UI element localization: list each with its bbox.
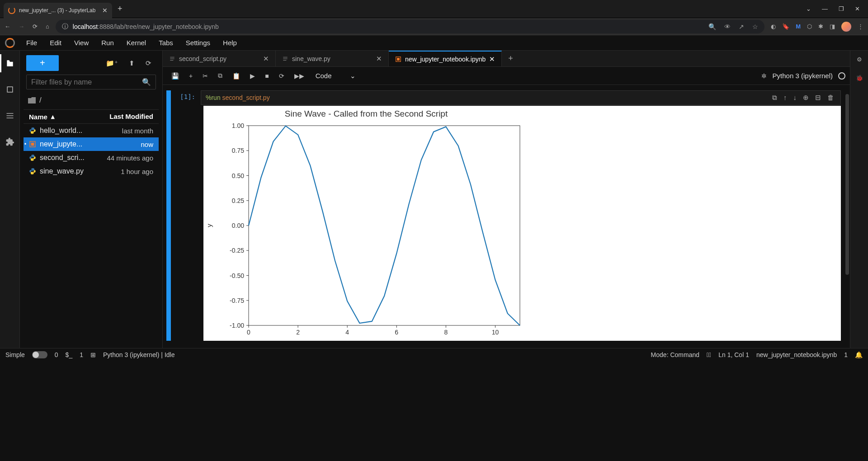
new-folder-icon[interactable]: 📁⁺ <box>101 56 123 70</box>
nav-buttons: ← → ⟳ ⌂ <box>5 23 49 30</box>
new-tab-button[interactable]: + <box>112 4 128 14</box>
kernel-indicator[interactable]: Python 3 (ipykernel) <box>773 72 845 80</box>
filebrowser-row[interactable]: second_scri...44 minutes ago <box>24 151 159 165</box>
terminal-icon[interactable]: $_ <box>66 351 73 358</box>
svg-text:0.50: 0.50 <box>232 172 244 179</box>
insert-cell-icon[interactable]: + <box>185 70 197 82</box>
menu-settings[interactable]: Settings <box>179 35 217 50</box>
debugger-icon[interactable]: 🐞 <box>856 75 863 81</box>
code-input[interactable]: %run second_script.py ⧉ ↑ ↓ ⊕ ⊟ 🗑 <box>201 90 841 105</box>
svg-text:0: 0 <box>247 329 250 336</box>
paste-icon[interactable]: 📋 <box>228 70 244 82</box>
browser-tab[interactable]: new_jupyter_... (3) - JupyterLab ✕ <box>4 3 112 18</box>
col-name[interactable]: Name <box>29 113 47 121</box>
menu-run[interactable]: Run <box>95 35 120 50</box>
shield-icon[interactable]: ⬡ <box>807 23 812 30</box>
trust-icon[interactable]: ✓⃝ <box>707 351 711 358</box>
menu-view[interactable]: View <box>68 35 95 50</box>
reload-icon[interactable]: ⟳ <box>33 23 38 30</box>
cell-output: Sine Wave - Called from the Second Scrip… <box>203 106 841 341</box>
home-icon[interactable]: ⌂ <box>46 23 49 30</box>
lncol-text: Ln 1, Col 1 <box>718 351 749 358</box>
insert-above-icon[interactable]: ⊕ <box>803 94 809 102</box>
back-icon[interactable]: ← <box>5 23 10 30</box>
menu-edit[interactable]: Edit <box>43 35 68 50</box>
document-tab[interactable]: second_script.py✕ <box>163 51 276 66</box>
run-icon[interactable]: ▶ <box>246 70 259 82</box>
maximize-icon[interactable]: ❐ <box>839 5 844 12</box>
filebrowser-row[interactable]: hello_world...last month <box>24 124 159 137</box>
restart-icon[interactable]: ⟳ <box>275 70 288 82</box>
col-modified[interactable]: Last Modified <box>109 113 153 121</box>
bell-icon[interactable]: 🔔 <box>855 351 863 358</box>
new-launcher-button[interactable]: + <box>26 55 59 71</box>
window-close-icon[interactable]: ✕ <box>855 5 860 12</box>
document-tab[interactable]: sine_wave.py✕ <box>276 51 389 66</box>
notebook-body[interactable]: [1]: %run second_script.py ⧉ ↑ ↓ ⊕ ⊟ 🗑 <box>163 85 850 348</box>
tab-close-icon[interactable]: ✕ <box>489 55 495 63</box>
zoom-icon[interactable]: 🔍 <box>708 23 716 30</box>
activity-bar-right: ⚙ 🐞 <box>850 51 868 348</box>
site-info-icon[interactable]: ⓘ <box>62 23 68 31</box>
close-icon[interactable]: ✕ <box>102 7 108 14</box>
bug-icon[interactable]: ✲ <box>757 70 771 82</box>
breadcrumb[interactable]: / <box>24 94 159 109</box>
jupyter-logo-icon[interactable] <box>0 35 20 51</box>
cut-icon[interactable]: ✂ <box>198 70 212 82</box>
eye-off-icon[interactable]: 👁 <box>724 23 731 30</box>
contrast-icon[interactable]: ◐ <box>771 23 776 30</box>
minimize-icon[interactable]: — <box>822 5 828 12</box>
browser-toolbar: ← → ⟳ ⌂ ⓘ localhost:8888/lab/tree/new_ju… <box>0 18 868 35</box>
avatar[interactable] <box>841 22 851 32</box>
cell[interactable]: [1]: %run second_script.py ⧉ ↑ ↓ ⊕ ⊟ 🗑 <box>166 90 841 341</box>
puzzle-icon[interactable]: ✱ <box>818 23 823 30</box>
sidepanel-icon[interactable]: ◨ <box>830 23 835 30</box>
svg-rect-2 <box>31 143 34 146</box>
copy-icon[interactable]: ⧉ <box>214 69 226 82</box>
toc-tab-icon[interactable] <box>0 109 19 122</box>
url-bar[interactable]: ⓘ localhost:8888/lab/tree/new_jupyter_no… <box>56 20 764 33</box>
m-icon[interactable]: M <box>796 23 801 30</box>
menu-icon[interactable]: ⋮ <box>858 23 863 30</box>
tab-close-icon[interactable]: ✕ <box>376 55 382 63</box>
filebrowser-tab-icon[interactable] <box>0 57 19 70</box>
menu-file[interactable]: File <box>20 35 43 50</box>
bookmark2-icon[interactable]: 🔖 <box>782 23 789 30</box>
chevron-down-icon[interactable]: ⌄ <box>806 5 811 12</box>
new-tab-plus[interactable]: + <box>502 51 519 66</box>
svg-rect-4 <box>397 58 400 61</box>
running-tab-icon[interactable] <box>0 83 19 96</box>
save-icon[interactable]: 💾 <box>167 70 183 82</box>
cpu-icon[interactable]: ⊞ <box>90 351 96 358</box>
simple-toggle[interactable] <box>32 351 47 358</box>
svg-text:1.00: 1.00 <box>232 122 244 129</box>
document-tab[interactable]: new_jupyter_notebook.ipynb✕ <box>389 51 502 66</box>
filter-input-wrapper[interactable]: 🔍 <box>26 75 156 89</box>
extensions-tab-icon[interactable] <box>0 136 19 148</box>
filebrowser-row[interactable]: new_jupyte...now <box>24 137 159 151</box>
filebrowser-header[interactable]: Name ▴ Last Modified <box>24 109 159 124</box>
filebrowser-row[interactable]: sine_wave.py1 hour ago <box>24 165 159 178</box>
menu-tabs[interactable]: Tabs <box>152 35 179 50</box>
scrollbar[interactable] <box>845 94 849 275</box>
filter-input[interactable] <box>31 78 142 86</box>
menu-kernel[interactable]: Kernel <box>120 35 152 50</box>
property-inspector-icon[interactable]: ⚙ <box>857 56 862 63</box>
stop-icon[interactable]: ■ <box>261 70 273 82</box>
share-icon[interactable]: ↗ <box>739 23 744 30</box>
menu-help[interactable]: Help <box>217 35 243 50</box>
insert-below-icon[interactable]: ⊟ <box>815 94 821 102</box>
bookmark-icon[interactable]: ☆ <box>752 23 758 30</box>
duplicate-icon[interactable]: ⧉ <box>772 94 777 102</box>
right-count: 1 <box>844 351 848 358</box>
tab-close-icon[interactable]: ✕ <box>263 55 269 63</box>
delete-icon[interactable]: 🗑 <box>827 94 834 102</box>
celltype-select[interactable]: Code⌄ <box>316 72 356 80</box>
refresh-icon[interactable]: ⟳ <box>141 56 156 70</box>
simple-label: Simple <box>5 351 25 358</box>
chevron-down-icon: ⌄ <box>350 72 356 80</box>
upload-icon[interactable]: ⬆ <box>124 56 139 70</box>
fastforward-icon[interactable]: ▶▶ <box>290 70 308 82</box>
move-up-icon[interactable]: ↑ <box>783 94 787 102</box>
move-down-icon[interactable]: ↓ <box>793 94 797 102</box>
